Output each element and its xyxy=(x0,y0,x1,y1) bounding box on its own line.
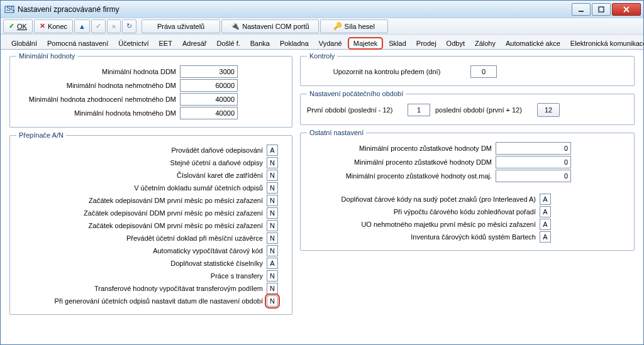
flag-switch-12[interactable]: N xyxy=(267,295,278,307)
flag-switch-5[interactable]: N xyxy=(267,207,278,219)
flag-switch-0[interactable]: A xyxy=(267,145,278,156)
tab-odbyt[interactable]: Odbyt xyxy=(442,38,469,49)
label-minval-1: Minimální hodnota nehmotného DM xyxy=(16,82,180,89)
input-minval-1[interactable] xyxy=(180,79,238,92)
input-pct-1[interactable] xyxy=(496,156,571,168)
posledni-obdobi-button[interactable]: 12 xyxy=(537,103,560,117)
legend-kontroly: Kontroly xyxy=(307,52,337,60)
label-switch-8: Automaticky vypočítávat čárový kód xyxy=(16,247,267,255)
flag-switch-2[interactable]: N xyxy=(267,170,278,181)
tab-pokladna[interactable]: Pokladna xyxy=(275,38,313,49)
input-pct-0[interactable] xyxy=(496,142,571,155)
label-switch-4: Začátek odepisování DM první měsíc po mě… xyxy=(16,197,267,204)
label-switch-12: Při generování účetních odpisů nastavit … xyxy=(16,297,267,305)
label-switch-6: Začátek odepisování OM první měsíc po mě… xyxy=(16,222,267,229)
flag-switch-11[interactable]: N xyxy=(267,283,278,294)
close-button[interactable] xyxy=(612,3,641,16)
tab-adres-[interactable]: Adresář xyxy=(178,38,211,49)
label-switch-3: V účetním dokladu sumář účetních odpisů xyxy=(16,184,267,192)
label-kontrola-predem: Upozornit na kontrolu předem (dní) xyxy=(307,68,470,75)
tab-automatick-akce[interactable]: Automatické akce xyxy=(501,38,565,49)
label-minval-0: Minimální hodnota DDM xyxy=(16,68,180,75)
input-minval-3[interactable] xyxy=(180,107,238,119)
sila-button[interactable]: 🔑Síla hesel xyxy=(320,19,388,33)
konec-button[interactable]: ✕Konec xyxy=(34,19,73,33)
input-kontrola-predem[interactable] xyxy=(470,65,497,78)
flag-ostatni-3[interactable]: A xyxy=(540,231,551,243)
tab-glob-ln-[interactable]: Globální xyxy=(7,38,42,49)
label-switch-10: Práce s transfery xyxy=(16,272,267,280)
label-switch-2: Číslování karet dle zatřídění xyxy=(16,172,267,179)
flag-switch-6[interactable]: N xyxy=(267,220,278,231)
label-pct-2: Minimální procento zůstatkové hodnoty os… xyxy=(307,172,496,180)
cancel-small-button[interactable]: × xyxy=(107,19,121,33)
flag-switch-7[interactable]: N xyxy=(267,233,278,244)
legend-min-values: Minimální hodnoty xyxy=(16,52,77,60)
tab-z-lohy[interactable]: Zálohy xyxy=(470,38,500,49)
label-oflag-1: Při výpočtu čárového kódu zohledňovat po… xyxy=(307,208,540,216)
input-prvni-obdobi[interactable] xyxy=(408,104,430,116)
group-pocatecni-obdobi: Nastavení počátečního období První obdob… xyxy=(300,90,635,125)
app-window: SQL Nastavení zpracovávané firmy ✓OK ✕Ko… xyxy=(0,0,644,345)
tab-sklad[interactable]: Sklad xyxy=(384,38,411,49)
group-kontroly: Kontroly Upozornit na kontrolu předem (d… xyxy=(300,52,635,86)
tab--etnictv-[interactable]: Účetnictví xyxy=(114,38,153,49)
label-switch-7: Převádět účetní doklad při měsíční uzávě… xyxy=(16,234,267,242)
legend-switches: Přepínače A/N xyxy=(16,131,66,139)
key-icon: 🔑 xyxy=(333,22,342,30)
label-switch-0: Provádět daňové odepisování xyxy=(16,146,267,154)
tab-majetek[interactable]: Majetek xyxy=(348,37,384,50)
legend-ostatni: Ostatní nastavení xyxy=(307,129,366,136)
input-pct-2[interactable] xyxy=(496,170,571,182)
flag-ostatni-0[interactable]: A xyxy=(540,194,551,205)
input-minval-0[interactable] xyxy=(180,65,238,78)
tabbar: GlobálníPomocná nastaveníÚčetnictvíEETAd… xyxy=(1,35,643,50)
flag-switch-1[interactable]: N xyxy=(267,157,278,168)
confirm-small-button[interactable]: ✓ xyxy=(91,19,106,33)
flag-switch-9[interactable]: A xyxy=(267,258,278,269)
group-ostatni: Ostatní nastavení Minimální procento zůs… xyxy=(300,129,635,251)
com-button[interactable]: 🔌Nastavení COM portů xyxy=(221,19,318,33)
input-minval-2[interactable] xyxy=(180,93,238,106)
tab-pomocn-nastaven-[interactable]: Pomocná nastavení xyxy=(43,38,113,49)
label-posledni-obdobi: poslední období (první + 12) xyxy=(430,106,537,114)
svg-text:SQL: SQL xyxy=(6,4,14,12)
toolbar: ✓OK ✕Konec ▲ ✓ × ↻ Práva uživatelů 🔌Nast… xyxy=(1,18,643,35)
ok-button[interactable]: ✓OK xyxy=(3,19,33,33)
legend-pocatecni: Nastavení počátečního období xyxy=(307,90,406,97)
svg-rect-3 xyxy=(599,7,604,12)
tab-eet[interactable]: EET xyxy=(155,38,177,49)
nav-up-button[interactable]: ▲ xyxy=(74,19,90,33)
port-icon: 🔌 xyxy=(231,22,240,30)
flag-switch-4[interactable]: N xyxy=(267,195,278,206)
label-switch-11: Transferové hodnoty vypočítávat transfer… xyxy=(16,285,267,292)
prava-button[interactable]: Práva uživatelů xyxy=(142,19,220,33)
svg-rect-2 xyxy=(579,11,584,12)
label-switch-9: Doplňovat statistické číselníky xyxy=(16,260,267,267)
group-min-values: Minimální hodnoty Minimální hodnota DDMM… xyxy=(9,52,292,128)
label-minval-3: Minimální hodnota hmotného DM xyxy=(16,109,180,117)
content: Minimální hodnoty Minimální hodnota DDMM… xyxy=(1,50,643,317)
tab-prodej[interactable]: Prodej xyxy=(412,38,441,49)
label-switch-5: Začátek odepisování DDM první měsíc po m… xyxy=(16,209,267,217)
app-icon: SQL xyxy=(4,4,14,14)
refresh-button[interactable]: ↻ xyxy=(122,19,136,33)
flag-switch-8[interactable]: N xyxy=(267,245,278,256)
maximize-button[interactable] xyxy=(592,3,611,16)
label-oflag-0: Doplňovat čárové kódy na sudý počet znak… xyxy=(307,195,540,203)
flag-ostatni-1[interactable]: A xyxy=(540,206,551,217)
flag-ostatni-2[interactable]: A xyxy=(540,219,551,230)
titlebar: SQL Nastavení zpracovávané firmy xyxy=(1,1,643,18)
flag-switch-10[interactable]: N xyxy=(267,270,278,282)
minimize-button[interactable] xyxy=(572,3,591,16)
tab-banka[interactable]: Banka xyxy=(246,38,274,49)
tab-vydan-[interactable]: Vydané xyxy=(314,38,347,49)
label-minval-2: Minimální hodnota zhodnocení nehmotného … xyxy=(16,96,180,103)
tab-do-l-f-[interactable]: Došlé f. xyxy=(212,38,244,49)
label-pct-1: Minimální procento zůstatkové hodnoty DD… xyxy=(307,158,496,166)
label-switch-1: Stejné účetní a daňové odpisy xyxy=(16,159,267,167)
tab-elektronick-komunikace[interactable]: Elektronická komunikace xyxy=(566,38,644,49)
window-title: Nastavení zpracovávané firmy xyxy=(18,5,570,14)
flag-switch-3[interactable]: N xyxy=(267,182,278,194)
group-switches: Přepínače A/N Provádět daňové odepisován… xyxy=(9,131,292,315)
